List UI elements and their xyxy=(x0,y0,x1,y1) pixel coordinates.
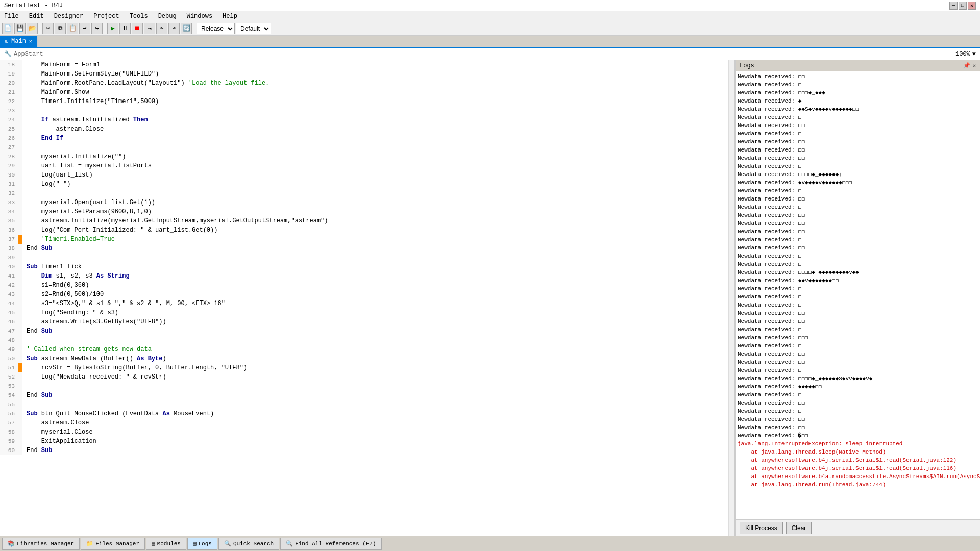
logs-content[interactable]: Newdata received: ◻◻Newdata received: ◻N… xyxy=(736,71,980,519)
line-content[interactable]: myserial.Open(uart_list.Get(1)) xyxy=(22,198,155,207)
line-content[interactable]: Sub astream_NewData (Buffer() As Byte) xyxy=(22,354,166,363)
line-content[interactable]: End Sub xyxy=(22,244,52,253)
paste-btn[interactable]: 📋 xyxy=(67,23,78,34)
line-content[interactable] xyxy=(22,106,30,115)
line-content[interactable] xyxy=(22,400,30,409)
logs-close-icon[interactable]: ✕ xyxy=(972,62,976,69)
line-content[interactable] xyxy=(22,253,30,262)
tab-find-all-refs[interactable]: 🔍 Find All References (F7) xyxy=(280,538,381,550)
table-row: 58 myserial.Close xyxy=(0,428,728,437)
close-button[interactable]: ✕ xyxy=(968,2,976,10)
maximize-button[interactable]: □ xyxy=(959,2,967,10)
tab-libraries-manager[interactable]: 📚 Libraries Manager xyxy=(2,538,80,550)
line-content[interactable]: End Sub xyxy=(22,391,52,400)
step-out-btn[interactable]: ↶ xyxy=(168,23,180,34)
line-content[interactable]: astream.Initialize(myserial.GetInputStre… xyxy=(22,216,328,226)
line-content[interactable]: uart_list = myserial.ListPorts xyxy=(22,161,152,170)
step-btn[interactable]: ⇥ xyxy=(144,23,155,34)
line-content[interactable]: rcvStr = BytesToString(Buffer, 0, Buffer… xyxy=(22,363,247,372)
zoom-chevron[interactable]: ▼ xyxy=(972,51,976,58)
open-btn[interactable]: 📂 xyxy=(27,23,38,34)
line-content[interactable]: Sub Timer1_Tick xyxy=(22,262,82,271)
main-layout: 18 MainForm = Form119 MainForm.SetFormSt… xyxy=(0,60,980,536)
minimize-button[interactable]: — xyxy=(949,2,958,10)
run-btn[interactable]: ▶ xyxy=(107,23,118,34)
redo-btn[interactable]: ↪ xyxy=(91,23,103,34)
reload-btn[interactable]: 🔄 xyxy=(181,23,192,34)
stop-btn[interactable]: ⏹ xyxy=(132,23,143,34)
new-btn[interactable]: 📄 xyxy=(2,23,13,34)
release-dropdown[interactable]: Release Debug xyxy=(197,23,235,34)
line-content[interactable]: End If xyxy=(22,134,63,143)
line-content[interactable]: MainForm.RootPane.LoadLayout("Layout1") … xyxy=(22,79,269,88)
line-content[interactable]: Dim s1, s2, s3 As String xyxy=(22,271,130,281)
line-content[interactable]: Sub btn_Quit_MouseClicked (EventData As … xyxy=(22,409,214,418)
menu-edit[interactable]: Edit xyxy=(27,12,46,20)
menu-debug[interactable]: Debug xyxy=(156,12,179,20)
line-content[interactable]: End Sub xyxy=(22,327,52,336)
code-scroll[interactable]: 18 MainForm = Form119 MainForm.SetFormSt… xyxy=(0,60,728,536)
menu-designer[interactable]: Designer xyxy=(52,12,86,20)
tab-quick-search[interactable]: 🔍 Quick Search xyxy=(218,538,279,550)
line-content[interactable] xyxy=(22,382,30,391)
list-item: Newdata received: ◻◻ xyxy=(738,399,978,407)
line-content[interactable]: If astream.IsInitialized Then xyxy=(22,115,148,124)
line-content[interactable]: Timer1.Initialize("Timer1",5000) xyxy=(22,97,159,106)
list-item: Newdata received: ◻ xyxy=(738,236,978,244)
step-over-btn[interactable]: ↷ xyxy=(156,23,167,34)
line-marker xyxy=(18,170,22,180)
line-content[interactable]: s1=Rnd(0,360) xyxy=(22,281,89,290)
tab-modules[interactable]: ▤ Modules xyxy=(146,538,186,550)
main-tab[interactable]: ⊞ Main ✕ xyxy=(0,36,38,47)
list-item: Newdata received: ◻◻◻ xyxy=(738,334,978,342)
kill-process-button[interactable]: Kill Process xyxy=(740,522,783,534)
line-content[interactable]: astream.Write(s3.GetBytes("UTF8")) xyxy=(22,317,166,327)
menu-project[interactable]: Project xyxy=(91,12,121,20)
modules-label: Modules xyxy=(157,541,181,547)
list-item: at anywheresoftware.b4j.serial.Serial$1.… xyxy=(738,464,978,472)
undo-btn[interactable]: ↩ xyxy=(79,23,90,34)
clear-button[interactable]: Clear xyxy=(786,522,812,534)
line-content[interactable]: End Sub xyxy=(22,446,52,455)
line-content[interactable]: MainForm.SetFormStyle("UNIFIED") xyxy=(22,69,159,79)
line-content[interactable]: Log("Com Port Initialized: " & uart_list… xyxy=(22,226,217,235)
tab-files-manager[interactable]: 📁 Files Manager xyxy=(81,538,145,550)
line-content[interactable]: Log(" ") xyxy=(22,180,70,189)
menu-file[interactable]: File xyxy=(2,12,21,20)
menu-windows[interactable]: Windows xyxy=(185,12,214,20)
line-content[interactable]: myserial.Close xyxy=(22,428,93,437)
line-content[interactable]: myserial.Initialize("") xyxy=(22,152,126,161)
line-content[interactable]: MainForm = Form1 xyxy=(22,60,100,69)
list-item: Newdata received: ◻◻◻◻◆_◆◆◆◆◆◆↓ xyxy=(738,170,978,179)
line-content[interactable] xyxy=(22,189,30,198)
menu-tools[interactable]: Tools xyxy=(128,12,150,20)
line-content[interactable]: myserial.SetParams(9600,8,1,0) xyxy=(22,207,152,216)
tab-close[interactable]: ✕ xyxy=(29,38,32,44)
line-content[interactable] xyxy=(22,143,30,152)
save-btn[interactable]: 💾 xyxy=(14,23,26,34)
line-content[interactable]: astream.Close xyxy=(22,418,89,428)
pause-btn[interactable]: ⏸ xyxy=(119,23,131,34)
line-content[interactable]: MainForm.Show xyxy=(22,88,89,97)
line-content[interactable]: Log(uart_list) xyxy=(22,170,93,180)
default-dropdown[interactable]: Default xyxy=(236,23,271,34)
line-content[interactable]: astream.Close xyxy=(22,124,104,134)
line-content[interactable]: 'Timer1.Enabled=True xyxy=(22,235,115,244)
find-refs-label: Find All References (F7) xyxy=(295,541,376,547)
logs-pin-icon[interactable]: 📌 xyxy=(963,62,970,69)
line-content[interactable]: s3="<STX>Q," & s1 & "," & s2 & ", M, 00,… xyxy=(22,299,225,308)
table-row: 32 xyxy=(0,189,728,198)
title-controls[interactable]: — □ ✕ xyxy=(949,2,976,10)
line-content[interactable]: Log("Sending: " & s3) xyxy=(22,308,118,317)
line-content[interactable]: ' Called when stream gets new data xyxy=(22,345,152,354)
cut-btn[interactable]: ✂ xyxy=(42,23,54,34)
line-content[interactable] xyxy=(22,336,30,345)
copy-btn[interactable]: ⧉ xyxy=(55,23,66,34)
tab-logs[interactable]: ▤ Logs xyxy=(187,538,217,550)
line-content[interactable]: Log("Newdata received: " & rcvStr) xyxy=(22,372,166,382)
code-editor[interactable]: 18 MainForm = Form119 MainForm.SetFormSt… xyxy=(0,60,735,536)
menu-help[interactable]: Help xyxy=(220,12,239,20)
line-content[interactable]: s2=Rnd(0,500)/100 xyxy=(22,290,104,299)
editor-scrollbar[interactable] xyxy=(728,60,734,536)
line-content[interactable]: ExitApplication xyxy=(22,437,96,446)
